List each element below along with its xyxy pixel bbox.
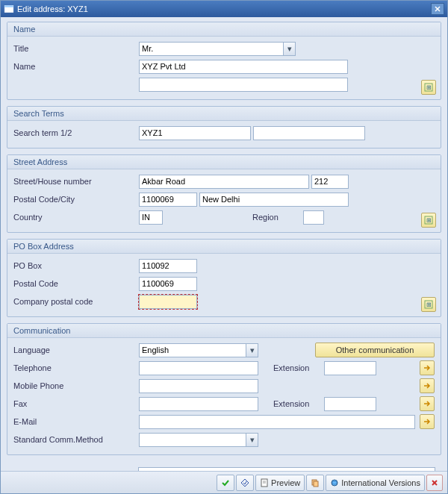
country-input[interactable] [139,210,163,225]
name-detail-button[interactable]: ⊞ [421,80,436,95]
mobile-input[interactable] [139,379,258,393]
po-postal-input[interactable] [139,277,197,291]
label-name: Name [13,62,139,71]
label-email: E-Mail [13,417,139,426]
label-postal-city: Postal Code/City [13,195,139,204]
footer-toolbar: Preview International Versions [1,471,447,493]
label-telephone: Telephone [13,363,139,372]
group-search: Search Terms Search term 1/2 [7,106,441,148]
dropdown-icon[interactable]: ▾ [246,434,258,446]
titlebar: Edit address: XYZ1 [1,1,447,17]
group-header-name: Name [7,22,441,37]
close-button[interactable] [431,3,444,15]
group-communication: Communication Language English ▾ Other c… [7,323,441,455]
title-value: Mr. [142,44,153,53]
language-value: English [142,346,169,354]
other-communication-button[interactable]: Other communication [315,343,435,357]
label-region: Region [252,213,297,222]
language-select[interactable]: English ▾ [139,343,258,357]
label-title: Title [13,44,139,53]
dropdown-icon[interactable]: ▾ [283,43,295,55]
email-input[interactable] [139,415,415,429]
house-input[interactable] [311,175,349,189]
label-street: Street/House number [13,177,139,186]
telephone-more-button[interactable] [420,360,435,375]
label-std-comm: Standard Comm.Method [13,435,139,444]
svg-text:⊞: ⊞ [426,217,432,224]
label-country: Country [13,213,139,222]
preview-button[interactable]: Preview [255,475,305,491]
street-input[interactable] [139,175,309,189]
name-input[interactable] [139,60,348,74]
copy-button[interactable] [306,475,324,491]
pobox-input[interactable] [139,259,197,273]
dialog-body: Name Title Mr. ▾ Name ⊞ [1,17,447,471]
group-header-pobox: PO Box Address [7,240,441,254]
accept-button[interactable] [217,475,234,491]
search-term1-input[interactable] [139,126,251,140]
label-mobile: Mobile Phone [13,381,139,390]
label-fax-extension: Extension [273,399,318,408]
region-input[interactable] [303,210,324,225]
telephone-input[interactable] [139,361,258,375]
window-icon [4,4,14,14]
fax-more-button[interactable] [420,396,435,411]
svg-text:⊞: ⊞ [426,84,432,91]
search-term2-input[interactable] [253,126,365,140]
label-search: Search term 1/2 [13,128,139,137]
svg-point-15 [332,480,337,486]
group-header-street: Street Address [7,155,441,169]
title-select[interactable]: Mr. ▾ [139,42,296,56]
dropdown-icon[interactable]: ▾ [246,344,258,357]
pobox-detail-button[interactable]: ⊞ [421,297,436,312]
email-more-button[interactable] [420,414,435,429]
label-language: Language [13,346,139,354]
international-versions-button[interactable]: International Versions [326,475,425,491]
dialog-window: Edit address: XYZ1 Name Title Mr. ▾ Name [0,0,448,494]
cancel-button[interactable] [426,475,443,491]
label-pobox: PO Box [13,261,139,270]
street-detail-button[interactable]: ⊞ [421,213,436,228]
mobile-more-button[interactable] [420,378,435,393]
fax-extension-input[interactable] [324,397,376,411]
label-fax: Fax [13,399,139,408]
label-company-postal: Company postal code [13,297,139,306]
group-pobox: PO Box Address PO Box Postal Code Compan… [7,239,441,317]
label-po-postal: Postal Code [13,279,139,288]
group-header-communication: Communication [7,324,441,338]
fax-input[interactable] [139,397,258,411]
window-title: Edit address: XYZ1 [17,4,431,13]
name2-input[interactable] [139,78,348,92]
svg-rect-14 [314,481,318,487]
comments-row: Comments [7,461,441,471]
group-name: Name Title Mr. ▾ Name ⊞ [7,22,441,100]
svg-text:⊞: ⊞ [426,301,432,308]
city-input[interactable] [199,193,349,207]
group-header-search: Search Terms [7,107,441,121]
postal-input[interactable] [139,193,197,207]
tel-extension-input[interactable] [324,361,376,375]
group-street: Street Address Street/House number Posta… [7,154,441,233]
std-comm-select[interactable]: ▾ [139,433,258,447]
label-tel-extension: Extension [273,363,318,372]
check-button[interactable] [236,475,254,491]
svg-rect-1 [4,5,13,7]
company-postal-input[interactable] [139,295,197,309]
